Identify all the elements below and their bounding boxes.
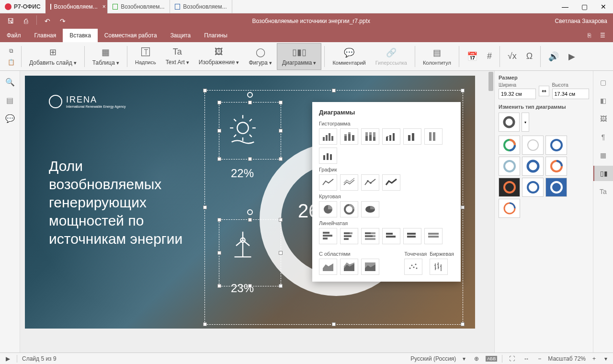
menu-plugins[interactable]: Плагины [197, 29, 234, 42]
play-button[interactable]: ▶ [4, 355, 12, 362]
slide-settings-button[interactable]: ▢ [593, 75, 613, 90]
preset-8[interactable] [522, 178, 544, 197]
chart-doughnut[interactable] [340, 201, 358, 217]
height-input[interactable] [552, 89, 590, 99]
paragraph-settings-button[interactable]: ¶ [593, 129, 613, 145]
search-button[interactable]: 🔍 [0, 75, 20, 89]
slides-button[interactable]: ▤ [0, 93, 20, 107]
close-button[interactable]: ✕ [594, 0, 613, 13]
chart-column-100stacked[interactable] [361, 128, 379, 145]
chart-column-clustered[interactable] [319, 128, 337, 145]
preset-2[interactable] [522, 136, 544, 155]
chart-pie[interactable] [319, 201, 337, 217]
fit-slide-button[interactable]: ⛶ [507, 355, 517, 362]
preset-5[interactable] [522, 157, 544, 176]
menu-insert[interactable]: Вставка [63, 29, 98, 42]
preset-7[interactable] [499, 178, 520, 197]
table-settings-button[interactable]: ▦ [593, 148, 613, 163]
zoom-dropdown[interactable]: ▾ [602, 355, 609, 362]
minimize-button[interactable]: — [556, 0, 575, 13]
add-slide-button[interactable]: ⊞ Добавить слайд ▾ [24, 43, 81, 70]
selection-inner-1[interactable] [219, 102, 281, 159]
textbox-button[interactable]: 🅃 Надпись [130, 43, 161, 70]
chart-settings-button[interactable]: ▯▮ [593, 166, 613, 181]
slide-number-button[interactable]: # [482, 43, 497, 70]
table-button[interactable]: ▦ Таблица ▾ [88, 43, 124, 70]
chart-area-100stacked[interactable] [361, 259, 379, 275]
close-icon[interactable]: × [102, 3, 106, 10]
chart-bar-3d-stacked[interactable] [403, 228, 421, 244]
rotate-handle[interactable] [247, 209, 253, 215]
save-button[interactable]: 🖫 [4, 15, 17, 27]
date-button[interactable]: 📅 [462, 43, 482, 70]
chart-area-stacked[interactable] [340, 259, 358, 275]
shape-button[interactable]: ◯ Фигура ▾ [244, 43, 276, 70]
chart-bar-100stacked[interactable] [361, 228, 379, 244]
menu-home[interactable]: Главная [28, 29, 63, 42]
shape-settings-button[interactable]: ◧ [593, 93, 613, 108]
chart-column-3d-100[interactable] [424, 128, 443, 145]
doc-tab-presentation[interactable]: Возобновляем... × [45, 0, 108, 13]
copy-button[interactable]: ⧉ [6, 46, 16, 56]
chart-bar-3d-100[interactable] [424, 228, 443, 244]
menu-protection[interactable]: Защита [164, 29, 198, 42]
preset-9[interactable] [545, 178, 567, 197]
undo-button[interactable]: ↶ [41, 15, 54, 27]
image-settings-button[interactable]: 🖼 [593, 111, 613, 126]
video-button[interactable]: ▶ [564, 43, 580, 70]
language-dropdown[interactable]: ▾ [461, 355, 467, 362]
chart-area[interactable] [319, 259, 337, 275]
preset-4[interactable] [499, 157, 520, 176]
chart-bar-3d[interactable] [382, 228, 400, 244]
textart-settings-button[interactable]: Ta [593, 184, 613, 199]
scrollbar-thumb[interactable] [488, 72, 493, 91]
chart-line-markers[interactable] [361, 174, 379, 191]
preset-1[interactable] [499, 136, 520, 155]
chart-column-3d-stacked[interactable] [403, 128, 421, 145]
user-name[interactable]: Светлана Захарова [555, 18, 607, 24]
symbol-button[interactable]: Ω [522, 43, 537, 70]
chart-column-3d-clustered[interactable] [319, 148, 337, 164]
doc-tab-spreadsheet[interactable]: Возобновляем... [108, 0, 170, 13]
print-button[interactable]: ⎙ [19, 15, 33, 27]
zoom-in-button[interactable]: + [590, 355, 598, 362]
zoom-out-button[interactable]: − [536, 355, 543, 362]
chart-bar-stacked[interactable] [340, 228, 358, 244]
comments-button[interactable]: 💬 [0, 111, 20, 125]
menu-collaboration[interactable]: Совместная работа [98, 29, 164, 42]
language-label[interactable]: Русский (Россия) [410, 355, 456, 362]
chart-column-stacked[interactable] [340, 128, 358, 145]
paste-button[interactable]: 📋 [6, 57, 16, 68]
rotate-handle[interactable] [247, 92, 253, 98]
width-input[interactable] [499, 89, 536, 99]
chart-line-stacked[interactable] [340, 174, 358, 191]
doc-tab-document[interactable]: Возобновляем... [170, 0, 232, 13]
chart-scatter[interactable] [404, 259, 422, 275]
chart-line-3d[interactable] [382, 174, 400, 191]
preset-3[interactable] [545, 136, 567, 155]
comment-button[interactable]: 💬 Комментарий [328, 43, 370, 70]
redo-button[interactable]: ↷ [56, 15, 69, 27]
preset-6[interactable] [545, 157, 567, 176]
audio-button[interactable]: 🔊 [544, 43, 564, 70]
spell-button[interactable]: АБВ [486, 356, 497, 362]
fit-width-button[interactable]: ↔ [522, 355, 531, 362]
maximize-button[interactable]: ▢ [575, 0, 594, 13]
chart-type-dropdown[interactable]: ▾ [522, 113, 529, 132]
scrollbar-vertical[interactable] [488, 71, 494, 353]
current-chart-type[interactable] [499, 113, 520, 132]
equation-button[interactable]: √x [503, 43, 522, 70]
canvas-area[interactable]: IRENA International Renewable Energy Age… [20, 71, 494, 353]
image-button[interactable]: 🖼 Изображение ▾ [194, 43, 244, 70]
textart-button[interactable]: Ta Text Art ▾ [161, 43, 194, 70]
open-location-icon[interactable]: ⎘ [584, 31, 594, 40]
menu-file[interactable]: Файл [0, 29, 28, 42]
selection-inner-2[interactable] [219, 219, 281, 286]
spellcheck-icon[interactable]: ⊕ [472, 355, 481, 362]
link-dimensions-button[interactable]: ⇔ [539, 86, 549, 96]
preset-10[interactable] [499, 199, 520, 218]
chart-stock[interactable] [430, 259, 448, 275]
chart-bar-clustered[interactable] [319, 228, 337, 244]
chart-line[interactable] [319, 174, 337, 191]
chart-column-3d[interactable] [382, 128, 400, 145]
